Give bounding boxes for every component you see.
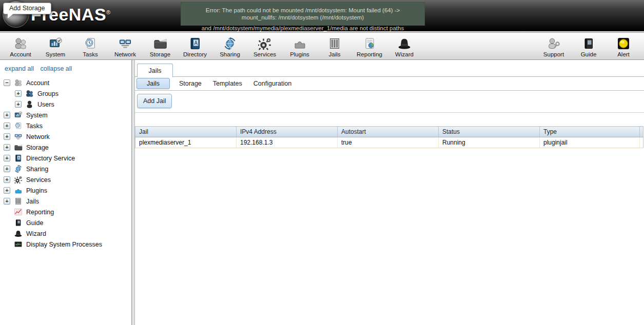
expand-expander-icon[interactable]: + — [4, 176, 10, 183]
tree-item-sharing[interactable]: +Sharing — [4, 164, 131, 174]
toolbar-item-label: Wizard — [395, 51, 414, 57]
tree-item-label: System — [26, 112, 48, 119]
toolbar-item-services[interactable]: Services — [247, 35, 282, 57]
toolbar-item-jails[interactable]: Jails — [317, 35, 352, 57]
users-icon — [25, 100, 34, 109]
expand-expander-icon[interactable]: + — [4, 198, 10, 205]
toolbar-item-wizard[interactable]: Wizard — [387, 35, 422, 57]
expand-expander-icon[interactable]: + — [15, 101, 22, 108]
expand-expander-icon[interactable]: + — [4, 123, 10, 129]
tree-item-system[interactable]: +System — [4, 110, 131, 120]
tasks-icon — [14, 121, 23, 130]
tree-item-storage[interactable]: +Storage — [4, 142, 131, 153]
column-header-autostart[interactable]: Autostart — [338, 127, 439, 137]
tree-item-jails[interactable]: +Jails — [4, 196, 131, 207]
tree-item-wizard[interactable]: Wizard — [4, 228, 131, 239]
expand-expander-icon[interactable]: + — [4, 187, 10, 194]
top-header: FreeNAS® Add Storage Error: The path cou… — [0, 0, 644, 32]
toolbar-item-guide[interactable]: Guide — [571, 35, 606, 57]
tree-item-label: Display System Processes — [26, 241, 102, 248]
add-jail-button[interactable]: Add Jail — [137, 94, 172, 108]
tree-item-groups[interactable]: +Groups — [4, 88, 131, 99]
toolbar-item-alert[interactable]: Alert — [606, 35, 641, 57]
toolbar-item-network[interactable]: Network — [108, 35, 143, 57]
error-line-1: Error: The path could not be mounted /mn… — [206, 7, 400, 13]
tree-item-reporting[interactable]: Reporting — [4, 207, 131, 217]
toolbar-item-label: Jails — [328, 51, 340, 57]
column-header-status[interactable]: Status — [439, 127, 540, 137]
toolbar-item-sharing[interactable]: Sharing — [212, 35, 247, 57]
tree-item-network[interactable]: +Network — [4, 131, 131, 142]
plugins-icon — [292, 36, 307, 51]
tree-item-users[interactable]: +Users — [4, 99, 131, 110]
processes-icon — [14, 240, 23, 249]
toolbar-item-label: Account — [10, 51, 31, 57]
grid-toolbar: Add Jail — [135, 91, 644, 113]
header-scrollbar-spacer — [640, 127, 643, 137]
toolbar-item-storage[interactable]: Storage — [143, 35, 178, 57]
reporting-icon — [362, 36, 377, 51]
subtab-jails[interactable]: Jails — [136, 78, 170, 89]
wizard-icon — [14, 229, 23, 238]
expand-all-link[interactable]: expand all — [5, 65, 34, 72]
column-header-jail[interactable]: Jail — [135, 127, 237, 137]
main-toolbar: AccountSystemTasksNetworkStorageDirector… — [0, 32, 644, 60]
expand-expander-icon[interactable]: + — [4, 144, 10, 151]
cell-jail: plexmediaserver_1 — [135, 137, 237, 148]
toolbar-right-group: SupportGuideAlert — [536, 35, 641, 57]
tree-item-display-system-processes[interactable]: Display System Processes — [4, 239, 131, 250]
toolbar-item-label: Plugins — [290, 51, 309, 57]
tree-item-label: Network — [26, 133, 50, 140]
tree-controls: expand all collapse all — [0, 60, 131, 77]
toolbar-item-label: Guide — [581, 51, 597, 57]
subtab-bar: JailsStorageTemplatesConfiguration — [135, 77, 644, 91]
navigation-tree: −Account+Groups+Users+System+Tasks+Netwo… — [0, 77, 131, 250]
tree-item-account[interactable]: −Account — [4, 77, 131, 88]
toolbar-item-label: Directory — [183, 51, 207, 57]
toolbar-item-support[interactable]: Support — [536, 35, 571, 57]
system-icon — [14, 111, 23, 119]
collapse-expander-icon[interactable]: − — [4, 79, 10, 86]
tree-item-tasks[interactable]: +Tasks — [4, 120, 131, 131]
cell-autostart: true — [338, 137, 439, 148]
expand-expander-icon[interactable]: + — [4, 166, 10, 172]
groups-icon — [25, 89, 34, 98]
directory-icon — [14, 154, 23, 162]
tree-item-label: Account — [26, 79, 49, 87]
tree-item-label: Plugins — [26, 187, 47, 194]
tab-row: Jails — [135, 63, 644, 77]
sharing-icon — [223, 36, 237, 51]
column-header-ipv4-address[interactable]: IPv4 Address — [237, 127, 338, 137]
tree-item-directory-service[interactable]: +Directory Service — [4, 153, 131, 164]
toolbar-item-account[interactable]: Account — [3, 35, 38, 57]
tree-item-guide[interactable]: Guide — [4, 217, 131, 228]
directory-icon — [188, 36, 202, 51]
toolbar-item-system[interactable]: System — [38, 35, 73, 57]
jails-icon — [327, 36, 342, 51]
expand-expander-icon[interactable]: + — [4, 112, 10, 118]
collapse-all-link[interactable]: collapse all — [40, 65, 72, 72]
subtab-templates[interactable]: Templates — [207, 78, 248, 89]
expand-expander-icon[interactable]: + — [4, 155, 10, 161]
subtab-configuration[interactable]: Configuration — [248, 78, 297, 89]
toolbar-item-reporting[interactable]: Reporting — [352, 35, 387, 57]
toolbar-item-tasks[interactable]: Tasks — [73, 35, 108, 57]
tree-item-plugins[interactable]: +Plugins — [4, 185, 131, 196]
plugins-blue-icon — [14, 186, 23, 195]
network-icon — [118, 36, 132, 51]
tree-item-services[interactable]: +Services — [4, 174, 131, 185]
expand-expander-icon[interactable]: + — [15, 90, 22, 97]
add-storage-tooltip: Add Storage — [3, 3, 51, 14]
tab-jails[interactable]: Jails — [137, 64, 173, 77]
toolbar-item-plugins[interactable]: Plugins — [282, 35, 317, 57]
tree-item-label: Guide — [26, 219, 43, 227]
column-header-type[interactable]: Type — [540, 127, 640, 137]
toolbar-item-directory[interactable]: Directory — [178, 35, 212, 57]
tree-item-label: Wizard — [26, 230, 46, 237]
system-icon — [48, 36, 63, 51]
subtab-storage[interactable]: Storage — [173, 78, 207, 89]
toolbar-item-label: Sharing — [220, 51, 240, 57]
toolbar-item-label: Storage — [150, 51, 170, 57]
table-row-plexmediaserver-1[interactable]: plexmediaserver_1192.168.1.3trueRunningp… — [135, 137, 643, 148]
expand-expander-icon[interactable]: + — [4, 133, 10, 140]
